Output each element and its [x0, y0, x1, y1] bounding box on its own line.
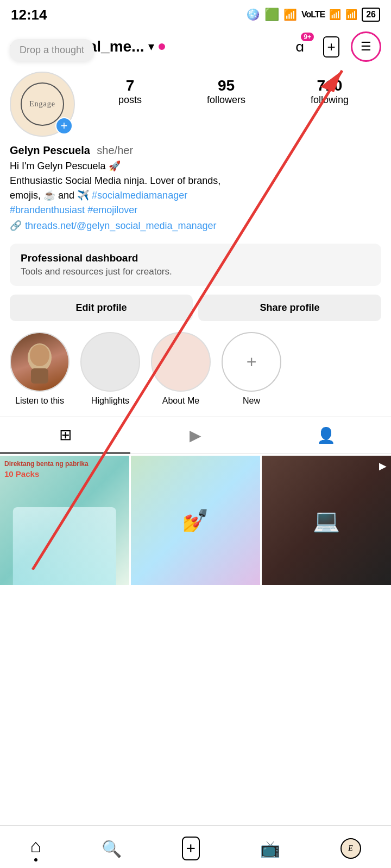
online-status-dot — [159, 43, 165, 50]
wifi-icon: 📶 — [283, 8, 297, 21]
status-icons: 🪩 🟩 📶 VoLTE 📶 📶 26 — [245, 8, 380, 22]
hashtag-2[interactable]: #brandenthusiast — [10, 205, 85, 215]
action-buttons: Edit profile Share profile — [0, 295, 391, 332]
post-item-2[interactable]: 💅 — [131, 456, 260, 585]
bio-link[interactable]: 🔗 threads.net/@gelyn_social_media_manage… — [10, 220, 381, 232]
search-icon: 🔍 — [102, 839, 122, 858]
posts-label: posts — [118, 94, 142, 105]
status-bar: 12:14 🪩 🟩 📶 VoLTE 📶 📶 26 — [0, 0, 391, 27]
bio-text: Hi I'm Gelyn Pescuela 🚀 Enthusiastic Soc… — [10, 159, 381, 218]
plus-square-icon: + — [323, 36, 339, 58]
bio-pronoun: she/her — [97, 144, 133, 156]
svg-point-1 — [30, 344, 49, 366]
threads-icon-button[interactable]: ɑ 9+ — [288, 35, 312, 59]
profile-avatar-nav: E — [340, 838, 361, 859]
professional-dashboard[interactable]: Professional dashboard Tools and resourc… — [10, 244, 381, 286]
following-stat[interactable]: 710 following — [311, 77, 349, 106]
dropdown-arrow-icon[interactable]: ▾ — [148, 40, 154, 54]
nails-emoji: 💅 — [182, 508, 209, 533]
avatar-logo-text: Engage — [29, 100, 55, 108]
posts-stat[interactable]: 7 posts — [118, 77, 142, 106]
signal-icon: VoLTE — [301, 10, 325, 20]
edit-profile-button[interactable]: Edit profile — [10, 295, 193, 321]
app-icon-1: 🪩 — [245, 8, 260, 22]
video-indicator-icon: ▶ — [379, 460, 387, 472]
add-post-button[interactable]: + — [319, 35, 343, 59]
tagged-icon: 👤 — [317, 426, 336, 444]
pro-dashboard-title: Professional dashboard — [21, 252, 370, 264]
hashtag-1[interactable]: #socialmediamanager — [92, 190, 187, 201]
tab-reels[interactable]: ▶ — [130, 417, 261, 454]
highlight-circle-listen — [10, 332, 70, 392]
following-label: following — [311, 94, 349, 105]
reels-icon: 📺 — [260, 839, 280, 858]
highlight-label-about: About Me — [162, 396, 199, 406]
followers-stat[interactable]: 95 followers — [207, 77, 245, 106]
add-story-button[interactable]: + — [55, 117, 73, 135]
grid-icon: ⊞ — [59, 426, 72, 444]
new-highlight-plus-icon: + — [247, 352, 257, 372]
signal-bars-2: 📶 — [345, 9, 357, 21]
followers-count: 95 — [207, 77, 245, 94]
highlight-label-new: New — [243, 396, 260, 406]
bio-section: Gelyn Pescuela she/her Hi I'm Gelyn Pesc… — [0, 144, 391, 239]
highlight-new[interactable]: + New — [222, 332, 281, 406]
following-count: 710 — [311, 77, 349, 94]
bottom-navigation: ⌂ 🔍 + 📺 E — [0, 825, 391, 868]
nav-profile[interactable]: E — [332, 835, 370, 862]
home-active-dot — [34, 858, 37, 861]
nav-search[interactable]: 🔍 — [93, 836, 130, 861]
hashtag-3[interactable]: #emojilover — [87, 205, 137, 215]
add-icon: + — [182, 837, 200, 860]
avatar-area: Drop a thought Engage + — [10, 72, 75, 137]
highlight-label-main: Highlights — [91, 396, 129, 406]
highlight-circle-main — [80, 332, 140, 392]
highlight-circle-new: + — [222, 332, 281, 392]
tab-grid[interactable]: ⊞ — [0, 417, 130, 454]
story-bubble-text: Drop a thought — [20, 44, 84, 55]
post-item-1[interactable]: Direktang benta ng pabrika 10 Packs — [0, 456, 129, 585]
posts-count: 7 — [118, 77, 142, 94]
profile-section: Drop a thought Engage + 7 posts 95 follo… — [0, 68, 391, 144]
tab-tagged[interactable]: 👤 — [261, 417, 391, 454]
content-tabs: ⊞ ▶ 👤 — [0, 417, 391, 454]
highlight-listen[interactable]: Listen to this — [10, 332, 70, 406]
nav-reels[interactable]: 📺 — [251, 836, 289, 861]
battery-indicator: 26 — [362, 8, 380, 22]
bio-name: Gelyn Pescuela — [10, 144, 90, 156]
story-bubble[interactable]: Drop a thought — [10, 39, 94, 61]
highlight-circle-about — [151, 332, 211, 392]
stats-area: 7 posts 95 followers 710 following — [86, 72, 381, 106]
bio-link-text: threads.net/@gelyn_social_media_manager — [25, 220, 217, 232]
share-profile-button[interactable]: Share profile — [198, 295, 381, 321]
followers-label: followers — [207, 94, 245, 105]
nav-add[interactable]: + — [173, 833, 209, 864]
svg-rect-2 — [31, 368, 48, 384]
app-icon-2: 🟩 — [264, 8, 279, 22]
pro-dashboard-subtitle: Tools and resources just for creators. — [21, 266, 370, 277]
post-item-3[interactable]: 💻 ▶ — [262, 456, 391, 585]
highlight-about[interactable]: About Me — [151, 332, 211, 406]
status-time: 12:14 — [11, 7, 47, 23]
nav-home[interactable]: ⌂ — [21, 832, 50, 865]
reels-tab-icon: ▶ — [190, 426, 201, 444]
highlight-main[interactable]: Highlights — [80, 332, 140, 406]
home-icon: ⌂ — [30, 835, 41, 857]
hamburger-icon: ☰ — [361, 40, 371, 54]
posts-grid: Direktang benta ng pabrika 10 Packs 💅 💻 … — [0, 454, 391, 585]
signal-bars-1: 📶 — [329, 9, 341, 21]
laptop-emoji: 💻 — [313, 508, 340, 533]
nav-icons-group: ɑ 9+ + ☰ — [288, 31, 381, 62]
post-promo-text: Direktang benta ng pabrika 10 Packs — [4, 460, 89, 479]
highlight-label-listen: Listen to this — [15, 396, 64, 406]
highlights-section: Listen to this Highlights About Me + New — [0, 332, 391, 417]
menu-button[interactable]: ☰ — [351, 31, 381, 62]
notification-badge: 9+ — [301, 33, 314, 41]
link-icon: 🔗 — [10, 220, 22, 232]
